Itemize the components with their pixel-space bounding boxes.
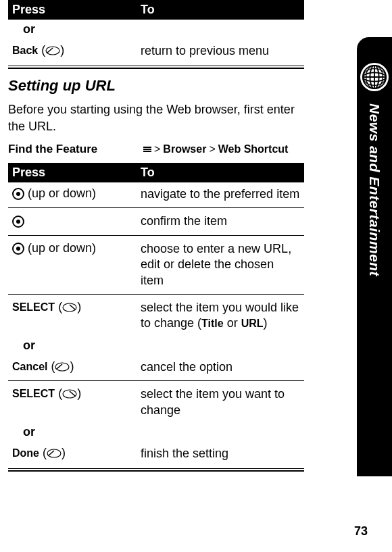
table-row: (up or down) navigate to the preferred i… <box>8 182 304 206</box>
table-row: Cancel ( ) cancel the option <box>8 355 304 379</box>
body-text: Before you starting using the Web browse… <box>8 101 304 134</box>
divider-icon <box>8 294 304 295</box>
cell-to: confirm the item <box>137 214 304 229</box>
col-header-press: Press <box>8 163 137 182</box>
nav-center-icon <box>12 216 24 228</box>
svg-point-10 <box>63 390 76 398</box>
path-browser: Browser <box>163 143 206 155</box>
table-row: Back ( ) return to previous menu <box>8 39 304 63</box>
feature-label: Find the Feature <box>8 143 143 156</box>
svg-point-7 <box>46 47 59 55</box>
svg-point-11 <box>47 449 61 457</box>
back-key-label: Back <box>12 45 38 56</box>
or-row: or <box>8 422 304 442</box>
col-header-to: To <box>137 163 304 182</box>
find-the-feature: Find the Feature > Browser > Web Shortcu… <box>8 143 304 156</box>
cell-to: choose to enter a new URL, edit or delet… <box>137 241 304 288</box>
table-row: SELECT ( ) select the item you would lik… <box>8 296 304 336</box>
section-label: News and Entertainment <box>366 103 383 276</box>
soft-key-left-icon <box>55 362 70 372</box>
nav-ring-icon <box>12 188 24 200</box>
soft-key-right-icon <box>62 303 77 312</box>
table-row: Done ( ) finish the setting <box>8 442 304 466</box>
table-row: confirm the item <box>8 209 304 233</box>
section-heading: Setting up URL <box>8 77 304 95</box>
soft-key-right-icon <box>62 389 77 399</box>
nav-ring-icon <box>12 243 24 255</box>
select-key-label: SELECT <box>12 301 55 313</box>
divider-icon <box>8 380 304 381</box>
globe-icon <box>360 63 389 91</box>
table-header: Press To <box>8 0 304 20</box>
soft-key-left-icon <box>47 449 62 458</box>
table-row: SELECT ( ) select the item you want to c… <box>8 382 304 422</box>
path-web-shortcut: Web Shortcut <box>218 143 289 155</box>
svg-point-8 <box>63 303 76 311</box>
cell-to: cancel the option <box>137 359 304 375</box>
or-row: or <box>8 20 304 39</box>
divider-icon <box>8 66 304 69</box>
divider-icon <box>8 207 304 208</box>
cell-to: select the item you would like to change… <box>137 300 304 332</box>
cell-to: navigate to the preferred item <box>137 186 304 202</box>
divider-icon <box>8 468 304 472</box>
table-header: Press To <box>8 163 304 182</box>
col-header-press: Press <box>8 0 137 20</box>
section-tab: News and Entertainment <box>357 37 392 476</box>
cell-to: finish the setting <box>137 446 304 461</box>
select-key-label: SELECT <box>12 388 55 399</box>
done-key-label: Done <box>12 447 39 459</box>
divider-icon <box>8 235 304 236</box>
cell-to: return to previous menu <box>137 43 304 59</box>
cancel-key-label: Cancel <box>12 361 47 372</box>
table-row: (up or down) choose to enter a new URL, … <box>8 237 304 293</box>
col-header-to: To <box>137 0 304 20</box>
page-number: 73 <box>354 524 368 538</box>
cell-to: select the item you want to change <box>137 386 304 418</box>
soft-key-left-icon <box>45 46 60 55</box>
menu-icon <box>143 146 151 153</box>
svg-point-9 <box>55 363 69 371</box>
or-row: or <box>8 336 304 355</box>
